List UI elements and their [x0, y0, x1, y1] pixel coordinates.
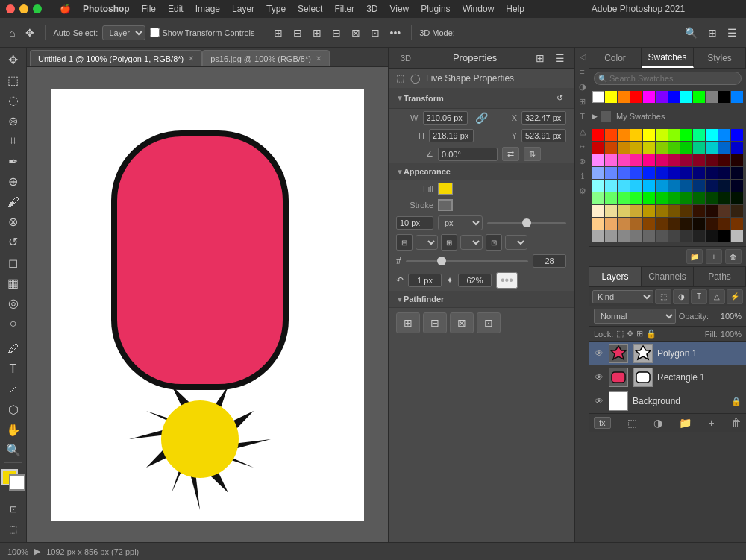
search-button[interactable]: 🔍 [682, 25, 700, 40]
layer-item-polygon[interactable]: 👁 Polygon 1 [589, 342, 746, 365]
lasso-tool[interactable]: ◌ [3, 91, 24, 110]
swatch[interactable] [656, 192, 668, 204]
swatch[interactable] [668, 142, 680, 154]
swatch[interactable] [656, 218, 668, 230]
filter-adjust[interactable]: ◑ [673, 289, 689, 304]
swatch[interactable] [668, 167, 680, 179]
swatch[interactable] [656, 142, 668, 154]
swatch[interactable] [605, 154, 617, 166]
menu-image[interactable]: Image [195, 4, 220, 14]
swatch[interactable] [668, 192, 680, 204]
percent-value[interactable] [458, 274, 492, 287]
menu-edit[interactable]: Edit [168, 4, 184, 14]
swatch[interactable] [618, 205, 630, 217]
collapse-btn[interactable]: ◁ [577, 51, 589, 63]
swatch[interactable] [718, 167, 730, 179]
filter-type[interactable]: T [691, 289, 707, 304]
swatch[interactable] [605, 205, 617, 217]
swatch[interactable] [643, 129, 655, 141]
caps-btn[interactable]: ⊞ [441, 234, 457, 251]
filter-smart[interactable]: ⚡ [727, 289, 743, 304]
apple-menu[interactable]: 🍎 [60, 4, 71, 14]
stroke-unit-select[interactable]: px [438, 215, 483, 230]
arrange-button[interactable]: ⊞ [705, 25, 720, 40]
corner-value[interactable] [408, 274, 442, 287]
swatch-magenta[interactable] [643, 91, 655, 103]
stroke-size-input[interactable] [396, 216, 433, 230]
swatch[interactable] [656, 154, 668, 166]
swatch[interactable] [706, 167, 718, 179]
swatch-ltblue[interactable] [731, 91, 743, 103]
swatch[interactable] [680, 192, 692, 204]
lock-all-icon[interactable]: 🔒 [646, 329, 656, 339]
menu-filter[interactable]: Filter [334, 4, 354, 14]
swatch[interactable] [680, 218, 692, 230]
settings-gear[interactable]: ⚙ [577, 185, 589, 197]
swatch[interactable] [605, 167, 617, 179]
gradient-tool[interactable]: ▦ [3, 274, 24, 292]
swatch[interactable] [718, 230, 730, 242]
swatch[interactable] [592, 167, 604, 179]
y-input[interactable] [521, 129, 566, 142]
type-btn[interactable]: T [577, 110, 589, 122]
filter-shape[interactable]: △ [709, 289, 725, 304]
add-adjustment-btn[interactable]: ◑ [653, 417, 662, 429]
swatch[interactable] [706, 142, 718, 154]
tab-untitled[interactable]: Untitled-1 @ 100% (Polygon 1, RGB/8*) ✕ [30, 50, 202, 66]
layer-vis-polygon[interactable]: 👁 [594, 348, 604, 359]
align-inside[interactable]: ⊟ [396, 234, 413, 251]
swatch[interactable] [718, 154, 730, 166]
style-btn[interactable]: ⊞ [577, 95, 589, 107]
adjust-btn[interactable]: ◑ [577, 81, 589, 92]
swatch-violet[interactable] [656, 91, 668, 103]
swatch[interactable] [592, 192, 604, 204]
swatch[interactable] [693, 154, 705, 166]
tab-close-untitled[interactable]: ✕ [188, 54, 194, 63]
swatch[interactable] [693, 129, 705, 141]
swatch[interactable] [618, 154, 630, 166]
swatch[interactable] [618, 192, 630, 204]
text-tool[interactable]: T [3, 359, 24, 378]
swatch[interactable] [706, 218, 718, 230]
crop-tool[interactable]: ⌗ [3, 132, 24, 151]
swatches-search-input[interactable] [594, 72, 742, 85]
tab-styles[interactable]: Styles [694, 48, 746, 68]
swatch[interactable] [693, 218, 705, 230]
layer-vis-background[interactable]: 👁 [594, 396, 604, 406]
swatch[interactable] [731, 180, 743, 192]
new-swatch[interactable]: + [706, 249, 722, 264]
swatch[interactable] [630, 230, 642, 242]
align-top[interactable]: ⊟ [329, 25, 344, 40]
swatch-cyan[interactable] [680, 91, 692, 103]
tab-channels[interactable]: Channels [642, 267, 694, 286]
move-tool[interactable]: ✥ [22, 25, 37, 40]
pen-tool[interactable]: 🖊 [3, 339, 24, 358]
pattern-btn[interactable]: ⊛ [577, 155, 589, 167]
swatch[interactable] [706, 154, 718, 166]
align-bottom[interactable]: ⊡ [368, 25, 383, 40]
x-input[interactable] [521, 111, 566, 125]
pf-intersect[interactable]: ⊟ [423, 312, 447, 333]
swatch[interactable] [718, 192, 730, 204]
swatch[interactable] [630, 205, 642, 217]
swatch[interactable] [618, 218, 630, 230]
layer-vis-rectangle[interactable]: 👁 [594, 372, 604, 383]
hand-tool[interactable]: ✋ [3, 421, 24, 439]
swatch[interactable] [680, 180, 692, 192]
swatch[interactable] [668, 154, 680, 166]
close-button[interactable] [6, 4, 15, 13]
swatch[interactable] [605, 192, 617, 204]
create-group-btn[interactable]: 📁 [679, 417, 692, 429]
swatch[interactable] [643, 180, 655, 192]
blur-tool[interactable]: ◎ [3, 294, 24, 312]
w-input[interactable] [423, 111, 468, 125]
swatch[interactable] [643, 154, 655, 166]
swatch[interactable] [706, 205, 718, 217]
swatch[interactable] [706, 192, 718, 204]
add-mask-btn[interactable]: ⬚ [627, 417, 637, 429]
swatch[interactable] [680, 167, 692, 179]
pf-unite[interactable]: ⊞ [396, 312, 420, 333]
info-btn[interactable]: ℹ [577, 170, 589, 182]
swatch[interactable] [630, 192, 642, 204]
swatch[interactable] [731, 192, 743, 204]
